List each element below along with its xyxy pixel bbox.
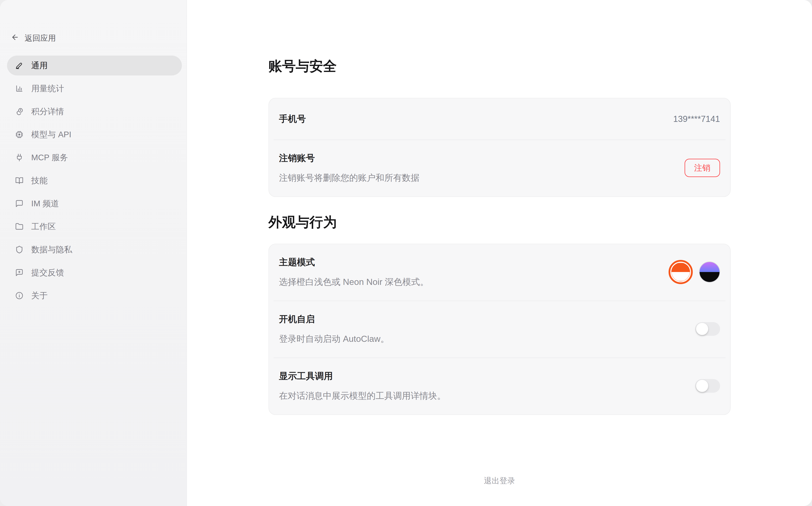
- theme-swatches: [669, 260, 720, 284]
- phone-row: 手机号 139****7141: [269, 98, 730, 140]
- sidebar-item-feedback[interactable]: 提交反馈: [7, 263, 182, 282]
- delete-account-description: 注销账号将删除您的账户和所有数据: [279, 172, 420, 184]
- sidebar-item-about[interactable]: 关于: [7, 286, 182, 306]
- section-title-account: 账号与安全: [269, 59, 731, 73]
- account-card: 手机号 139****7141 注销账号 注销账号将删除您的账户和所有数据 注销: [269, 98, 731, 197]
- sidebar-item-label: 模型与 API: [31, 129, 71, 140]
- logout-button[interactable]: 退出登录: [484, 476, 515, 486]
- cpu-icon: [15, 131, 23, 139]
- phone-value: 139****7141: [673, 114, 720, 124]
- sidebar: 返回应用 通用 用量统计 积分详情: [0, 0, 187, 506]
- sidebar-item-models-api[interactable]: 模型与 API: [7, 124, 182, 145]
- autostart-title: 开机自启: [279, 313, 389, 325]
- pen-line-icon: [15, 62, 23, 70]
- theme-mode-title: 主题模式: [279, 256, 429, 268]
- info-icon: [15, 291, 23, 300]
- sidebar-item-label: IM 频道: [31, 198, 59, 209]
- show-tool-calls-title: 显示工具调用: [279, 370, 446, 382]
- theme-mode-description: 选择橙白浅色或 Neon Noir 深色模式。: [279, 276, 429, 288]
- sidebar-item-skills[interactable]: 技能: [7, 171, 182, 190]
- autostart-text: 开机自启 登录时自动启动 AutoClaw。: [279, 313, 389, 345]
- delete-account-row: 注销账号 注销账号将删除您的账户和所有数据 注销: [269, 140, 730, 196]
- message-square-plus-icon: [15, 268, 23, 277]
- sidebar-nav: 通用 用量统计 积分详情 模型与 API: [0, 56, 187, 309]
- back-button[interactable]: 返回应用: [11, 33, 56, 44]
- sidebar-item-workspace[interactable]: 工作区: [7, 217, 182, 237]
- bar-chart-icon: [15, 84, 23, 93]
- sidebar-item-label: 关于: [31, 290, 48, 301]
- sidebar-item-label: 用量统计: [31, 83, 64, 94]
- delete-account-text: 注销账号 注销账号将删除您的账户和所有数据: [279, 152, 420, 184]
- plug-icon: [15, 154, 23, 162]
- sidebar-item-label: 提交反馈: [31, 267, 64, 278]
- back-button-label: 返回应用: [24, 33, 56, 44]
- section-title-appearance: 外观与行为: [269, 215, 731, 229]
- phone-label: 手机号: [279, 113, 306, 125]
- main-panel: 账号与安全 手机号 139****7141 注销账号 注销账号将删除您的账户和所…: [187, 0, 812, 506]
- arrow-left-icon: [11, 33, 19, 43]
- theme-light-swatch-fill: [671, 263, 690, 281]
- sidebar-item-credits[interactable]: 积分详情: [7, 102, 182, 121]
- theme-mode-row: 主题模式 选择橙白浅色或 Neon Noir 深色模式。: [269, 244, 730, 301]
- show-tool-calls-text: 显示工具调用 在对话消息中展示模型的工具调用详情块。: [279, 370, 446, 402]
- show-tool-calls-toggle-knob: [696, 380, 708, 392]
- sidebar-item-label: 数据与隐私: [31, 244, 72, 255]
- show-tool-calls-row: 显示工具调用 在对话消息中展示模型的工具调用详情块。: [269, 358, 730, 415]
- theme-light-swatch[interactable]: [669, 260, 693, 284]
- shield-icon: [15, 246, 23, 254]
- show-tool-calls-description: 在对话消息中展示模型的工具调用详情块。: [279, 390, 446, 402]
- autostart-row: 开机自启 登录时自动启动 AutoClaw。: [269, 301, 730, 358]
- sidebar-item-label: 工作区: [31, 221, 56, 232]
- sidebar-item-usage-stats[interactable]: 用量统计: [7, 79, 182, 98]
- autostart-toggle-knob: [696, 323, 708, 335]
- sidebar-item-mcp[interactable]: MCP 服务: [7, 148, 182, 168]
- appearance-card: 主题模式 选择橙白浅色或 Neon Noir 深色模式。 开机自启 登录时: [269, 244, 731, 415]
- sidebar-item-label: MCP 服务: [31, 152, 68, 163]
- sidebar-item-label: 通用: [31, 60, 48, 71]
- folder-icon: [15, 223, 23, 231]
- delete-account-button[interactable]: 注销: [684, 159, 720, 177]
- autostart-description: 登录时自动启动 AutoClaw。: [279, 333, 389, 345]
- sidebar-item-general[interactable]: 通用: [7, 56, 182, 75]
- book-open-icon: [15, 176, 23, 185]
- coins-icon: [15, 107, 23, 116]
- show-tool-calls-toggle[interactable]: [695, 379, 720, 393]
- sidebar-item-im-channels[interactable]: IM 频道: [7, 194, 182, 214]
- settings-window: 返回应用 通用 用量统计 积分详情: [0, 0, 812, 506]
- autostart-toggle[interactable]: [695, 322, 720, 336]
- theme-mode-text: 主题模式 选择橙白浅色或 Neon Noir 深色模式。: [279, 256, 429, 288]
- delete-account-title: 注销账号: [279, 152, 420, 164]
- theme-dark-swatch[interactable]: [699, 261, 720, 282]
- sidebar-item-label: 积分详情: [31, 106, 64, 117]
- sidebar-item-data-privacy[interactable]: 数据与隐私: [7, 240, 182, 260]
- message-square-icon: [15, 199, 23, 208]
- sidebar-item-label: 技能: [31, 175, 48, 186]
